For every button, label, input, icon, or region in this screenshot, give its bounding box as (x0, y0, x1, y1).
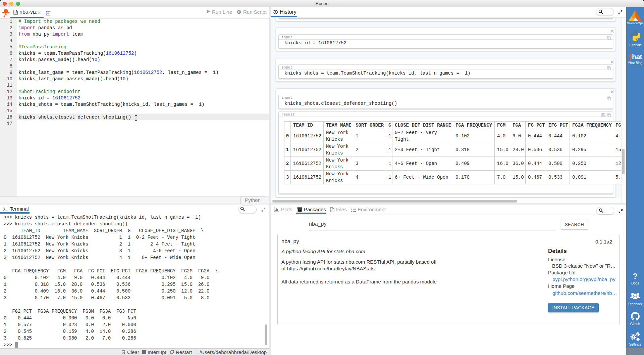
svg-text:</>: </> (14, 12, 17, 14)
